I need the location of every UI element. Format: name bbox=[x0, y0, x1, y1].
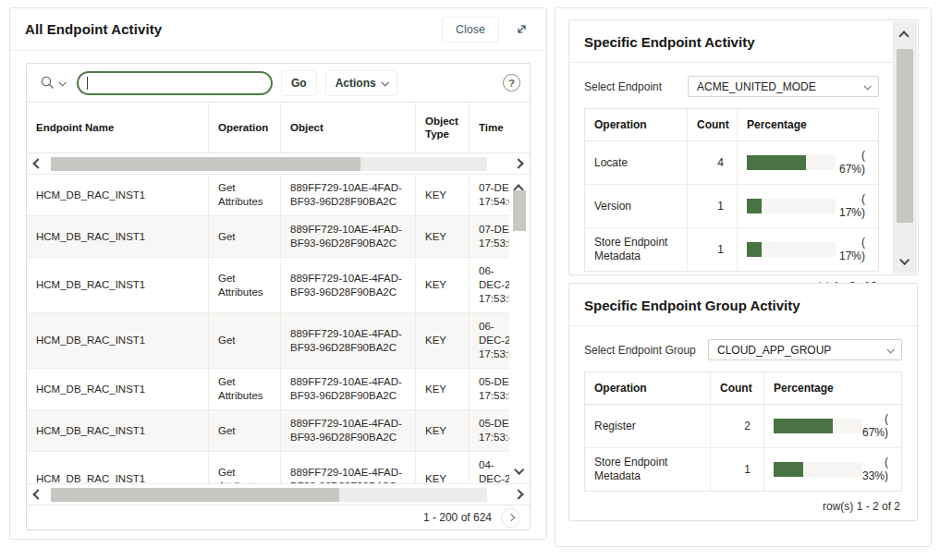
table-row: HCM_DB_RAC_INST1 Get 889FF729-10AE-4FAD-… bbox=[27, 410, 530, 452]
cell-object: 889FF729-10AE-4FAD- BF93-96D28F90BA2C bbox=[280, 410, 415, 451]
scrollbar-thumb[interactable] bbox=[897, 49, 913, 223]
page: All Endpoint Activity Close bbox=[0, 0, 940, 560]
select-endpoint-group-row: Select Endpoint Group CLOUD_APP_GROUP bbox=[584, 339, 902, 360]
endpoint-select[interactable]: ACME_UNITED_MODE bbox=[688, 76, 879, 97]
select-endpoint-group-label: Select Endpoint Group bbox=[584, 344, 696, 357]
scroll-right-icon[interactable] bbox=[513, 158, 524, 169]
endpoint-activity-table: Operation Count Percentage Locate 4 ( 67… bbox=[584, 108, 879, 272]
go-button[interactable]: Go bbox=[281, 70, 317, 96]
percentage-bar bbox=[747, 155, 836, 170]
cell-operation: Get Attributes bbox=[208, 175, 280, 215]
table-row: Store Endpoint Metadata 1 ( 17%) bbox=[585, 228, 878, 271]
cell-operation: Version bbox=[585, 185, 687, 227]
table-row: HCM_DB_RAC_INST1 Get Attributes 889FF729… bbox=[27, 452, 530, 483]
scroll-down-icon[interactable] bbox=[900, 251, 908, 268]
percentage-bar bbox=[747, 199, 836, 213]
table-header-row: Endpoint Name Operation Object Object Ty… bbox=[27, 103, 530, 153]
right-column: Specific Endpoint Activity Select Endpoi… bbox=[555, 7, 932, 547]
interactive-report: Go Actions ? Endpoint Name Operation Obj… bbox=[26, 63, 531, 530]
scroll-left-icon[interactable] bbox=[32, 158, 43, 169]
percentage-bar bbox=[774, 419, 862, 433]
table-row: Store Endpoint Metadata 1 ( 33%) bbox=[585, 448, 901, 491]
chevron-down-icon bbox=[381, 79, 388, 86]
scrollbar-thumb[interactable] bbox=[513, 190, 526, 231]
scrollbar-track[interactable] bbox=[51, 488, 487, 502]
page-title: All Endpoint Activity bbox=[25, 21, 162, 37]
cell-count: 1 bbox=[687, 185, 737, 227]
expand-icon[interactable] bbox=[512, 19, 531, 39]
cell-percentage: ( 67%) bbox=[763, 405, 901, 447]
scroll-down-icon[interactable] bbox=[515, 461, 522, 478]
help-icon[interactable]: ? bbox=[503, 74, 520, 91]
scroll-right-icon[interactable] bbox=[513, 489, 524, 500]
percentage-label: ( 17%) bbox=[836, 192, 869, 220]
cell-percentage: ( 67%) bbox=[737, 141, 878, 184]
column-header-percentage: Percentage bbox=[737, 109, 878, 140]
column-header-object[interactable]: Object bbox=[280, 103, 415, 152]
cell-object-type: KEY bbox=[415, 175, 469, 215]
percentage-label: ( 33%) bbox=[862, 456, 892, 483]
pagination-next-button[interactable] bbox=[501, 508, 520, 528]
row-count-text: row(s) 1 - 2 of 2 bbox=[584, 492, 902, 513]
cell-endpoint-name: HCM_DB_RAC_INST1 bbox=[27, 452, 208, 483]
scroll-left-icon[interactable] bbox=[32, 489, 43, 500]
chevron-down-icon bbox=[863, 82, 871, 90]
cell-object: 889FF729-10AE-4FAD- BF93-96D28F90BA2C bbox=[280, 313, 415, 368]
cell-object-type: KEY bbox=[415, 313, 469, 368]
search-column-selector[interactable] bbox=[36, 71, 68, 94]
percentage-label: ( 67%) bbox=[862, 412, 892, 440]
select-endpoint-label: Select Endpoint bbox=[584, 80, 662, 93]
cell-endpoint-name: HCM_DB_RAC_INST1 bbox=[27, 369, 208, 409]
text-caret bbox=[87, 77, 88, 90]
cell-object-type: KEY bbox=[415, 369, 469, 409]
panel-title: Specific Endpoint Group Activity bbox=[569, 284, 917, 326]
cell-percentage: ( 17%) bbox=[737, 185, 878, 227]
panel-body: Select Endpoint Group CLOUD_APP_GROUP Op… bbox=[569, 326, 917, 513]
cell-endpoint-name: HCM_DB_RAC_INST1 bbox=[27, 175, 208, 215]
table-row: Version 1 ( 17%) bbox=[585, 185, 878, 228]
percentage-label: ( 17%) bbox=[836, 236, 869, 263]
scroll-up-icon[interactable] bbox=[900, 27, 908, 43]
select-endpoint-row: Select Endpoint ACME_UNITED_MODE bbox=[584, 76, 879, 97]
horizontal-scrollbar-top bbox=[27, 153, 530, 175]
cell-operation: Get Attributes bbox=[208, 369, 280, 409]
column-header-operation[interactable]: Operation bbox=[208, 103, 280, 152]
percentage-bar bbox=[747, 242, 836, 257]
horizontal-scrollbar-bottom bbox=[27, 483, 530, 505]
percentage-bar bbox=[774, 462, 862, 477]
cell-object: 889FF729-10AE-4FAD- BF93-96D28F90BA2C bbox=[280, 258, 415, 312]
table-header-row: Operation Count Percentage bbox=[585, 372, 901, 405]
column-header-object-type[interactable]: Object Type bbox=[415, 103, 469, 152]
scrollbar-thumb[interactable] bbox=[51, 157, 360, 171]
column-header-endpoint-name[interactable]: Endpoint Name bbox=[27, 103, 208, 152]
cell-operation: Get Attributes bbox=[208, 258, 280, 312]
cell-count: 1 bbox=[687, 228, 737, 271]
cell-count: 4 bbox=[687, 141, 737, 184]
actions-button[interactable]: Actions bbox=[325, 70, 397, 96]
vertical-scrollbar[interactable] bbox=[893, 21, 917, 274]
cell-operation: Store Endpoint Metadata bbox=[585, 448, 710, 491]
table-header-row: Operation Count Percentage bbox=[585, 109, 878, 141]
column-header-operation: Operation bbox=[585, 109, 687, 140]
table-row: HCM_DB_RAC_INST1 Get Attributes 889FF729… bbox=[27, 369, 530, 410]
table-row: HCM_DB_RAC_INST1 Get Attributes 889FF729… bbox=[27, 175, 530, 216]
cell-object-type: KEY bbox=[415, 216, 469, 257]
endpoint-group-select[interactable]: CLOUD_APP_GROUP bbox=[708, 339, 902, 360]
cell-endpoint-name: HCM_DB_RAC_INST1 bbox=[27, 313, 208, 368]
header-actions: Close bbox=[442, 17, 531, 43]
close-button[interactable]: Close bbox=[442, 17, 499, 43]
column-header-time[interactable]: Time bbox=[469, 103, 530, 152]
column-header-count: Count bbox=[710, 372, 763, 404]
table-body: HCM_DB_RAC_INST1 Get Attributes 889FF729… bbox=[27, 175, 530, 483]
cell-object: 889FF729-10AE-4FAD- BF93-96D28F90BA2C bbox=[280, 175, 415, 215]
cell-count: 1 bbox=[710, 448, 763, 491]
scrollbar-thumb[interactable] bbox=[51, 488, 339, 502]
table-row: Register 2 ( 67%) bbox=[585, 405, 901, 448]
search-input[interactable] bbox=[77, 71, 273, 95]
panel-header: All Endpoint Activity Close bbox=[10, 8, 546, 51]
cell-object-type: KEY bbox=[415, 258, 469, 312]
scrollbar-track[interactable] bbox=[51, 157, 487, 171]
column-header-percentage: Percentage bbox=[763, 372, 901, 404]
vertical-scrollbar[interactable] bbox=[509, 175, 530, 483]
cell-count: 2 bbox=[710, 405, 763, 447]
